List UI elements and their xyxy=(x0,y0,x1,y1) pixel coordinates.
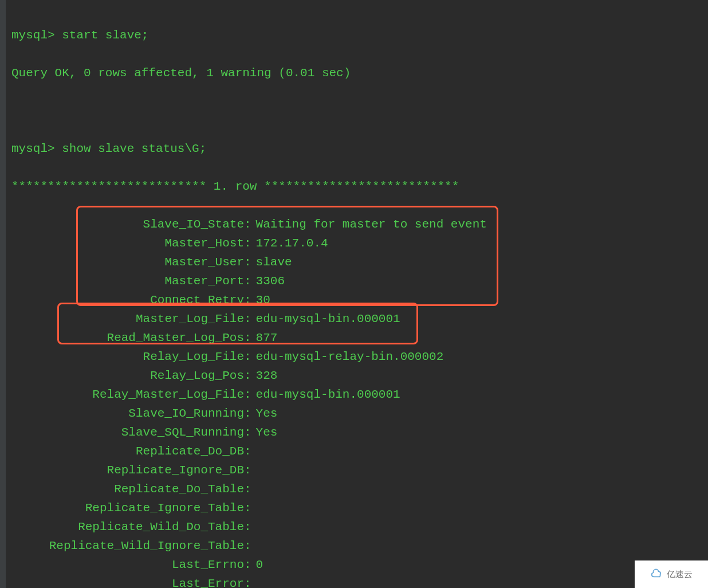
terminal-output: mysql> start slave; Query OK, 0 rows aff… xyxy=(0,0,708,588)
status-value: edu-mysql-bin.000001 xyxy=(251,385,400,404)
status-row: Replicate_Do_DB: xyxy=(11,442,708,461)
blank-line xyxy=(11,101,708,120)
status-label: Master_Log_File xyxy=(11,309,244,328)
status-value: 172.17.0.4 xyxy=(251,234,328,253)
colon-separator: : xyxy=(244,253,251,272)
status-label: Slave_IO_State xyxy=(11,215,244,234)
status-row: Replicate_Wild_Ignore_Table: xyxy=(11,536,708,555)
status-label: Relay_Log_File xyxy=(11,347,244,366)
colon-separator: : xyxy=(244,442,251,461)
status-row: Replicate_Wild_Do_Table: xyxy=(11,518,708,536)
status-label: Master_User xyxy=(11,253,244,272)
colon-separator: : xyxy=(244,272,251,291)
status-row: Master_Log_File:edu-mysql-bin.000001 xyxy=(11,309,708,328)
colon-separator: : xyxy=(244,366,251,385)
status-row: Slave_IO_Running:Yes xyxy=(11,404,708,423)
mysql-prompt: mysql> xyxy=(11,29,55,42)
status-row: Last_Error: xyxy=(11,574,708,588)
status-row: Slave_IO_State:Waiting for master to sen… xyxy=(11,215,708,234)
status-value: Yes xyxy=(251,423,278,442)
colon-separator: : xyxy=(244,574,251,588)
watermark-text: 亿速云 xyxy=(667,569,693,580)
status-value: slave xyxy=(251,253,292,272)
status-label: Read_Master_Log_Pos xyxy=(11,328,244,347)
watermark-badge: 亿速云 xyxy=(635,560,708,588)
query-result-1: Query OK, 0 rows affected, 1 warning (0.… xyxy=(11,64,708,83)
command-show-slave-status: show slave status\G; xyxy=(62,142,206,155)
status-value: 3306 xyxy=(251,272,285,291)
status-value: Waiting for master to send event xyxy=(251,215,487,234)
status-label: Slave_IO_Running xyxy=(11,404,244,423)
status-row: Master_Host:172.17.0.4 xyxy=(11,234,708,253)
status-label: Replicate_Wild_Do_Table xyxy=(11,518,244,536)
status-label: Connect_Retry xyxy=(11,291,244,309)
status-label: Replicate_Wild_Ignore_Table xyxy=(11,536,244,555)
status-label: Relay_Master_Log_File xyxy=(11,385,244,404)
colon-separator: : xyxy=(244,423,251,442)
status-row: Replicate_Ignore_DB: xyxy=(11,461,708,480)
status-label: Replicate_Ignore_Table xyxy=(11,499,244,518)
status-row: Connect_Retry:30 xyxy=(11,291,708,309)
status-row: Relay_Master_Log_File:edu-mysql-bin.0000… xyxy=(11,385,708,404)
status-value: 0 xyxy=(251,555,263,574)
status-value: 877 xyxy=(251,328,278,347)
mysql-prompt: mysql> xyxy=(11,142,55,155)
status-value: edu-mysql-relay-bin.000002 xyxy=(251,347,444,366)
status-field-list: Slave_IO_State:Waiting for master to sen… xyxy=(11,215,708,588)
colon-separator: : xyxy=(244,555,251,574)
colon-separator: : xyxy=(244,461,251,480)
colon-separator: : xyxy=(244,536,251,555)
prompt-line-1: mysql> start slave; xyxy=(11,26,708,45)
colon-separator: : xyxy=(244,385,251,404)
colon-separator: : xyxy=(244,480,251,499)
colon-separator: : xyxy=(244,347,251,366)
status-row: Slave_SQL_Running:Yes xyxy=(11,423,708,442)
cloud-icon xyxy=(651,567,663,582)
colon-separator: : xyxy=(244,328,251,347)
status-label: Slave_SQL_Running xyxy=(11,423,244,442)
status-value: 328 xyxy=(251,366,278,385)
status-row: Master_User:slave xyxy=(11,253,708,272)
colon-separator: : xyxy=(244,518,251,536)
colon-separator: : xyxy=(244,499,251,518)
status-label: Master_Host xyxy=(11,234,244,253)
status-value: Yes xyxy=(251,404,278,423)
status-label: Replicate_Ignore_DB xyxy=(11,461,244,480)
colon-separator: : xyxy=(244,234,251,253)
colon-separator: : xyxy=(244,215,251,234)
status-label: Last_Error xyxy=(11,574,244,588)
row-separator: *************************** 1. row *****… xyxy=(11,177,708,196)
status-label: Relay_Log_Pos xyxy=(11,366,244,385)
colon-separator: : xyxy=(244,404,251,423)
status-value: edu-mysql-bin.000001 xyxy=(251,309,400,328)
status-label: Replicate_Do_Table xyxy=(11,480,244,499)
status-value: 30 xyxy=(251,291,270,309)
status-row: Relay_Log_Pos:328 xyxy=(11,366,708,385)
prompt-line-2: mysql> show slave status\G; xyxy=(11,139,708,158)
status-row: Last_Errno:0 xyxy=(11,555,708,574)
status-row: Master_Port:3306 xyxy=(11,272,708,291)
status-label: Replicate_Do_DB xyxy=(11,442,244,461)
status-row: Replicate_Do_Table: xyxy=(11,480,708,499)
status-label: Master_Port xyxy=(11,272,244,291)
command-start-slave: start slave; xyxy=(62,29,148,42)
colon-separator: : xyxy=(244,309,251,328)
colon-separator: : xyxy=(244,291,251,309)
status-row: Replicate_Ignore_Table: xyxy=(11,499,708,518)
status-label: Last_Errno xyxy=(11,555,244,574)
status-row: Relay_Log_File:edu-mysql-relay-bin.00000… xyxy=(11,347,708,366)
status-row: Read_Master_Log_Pos:877 xyxy=(11,328,708,347)
